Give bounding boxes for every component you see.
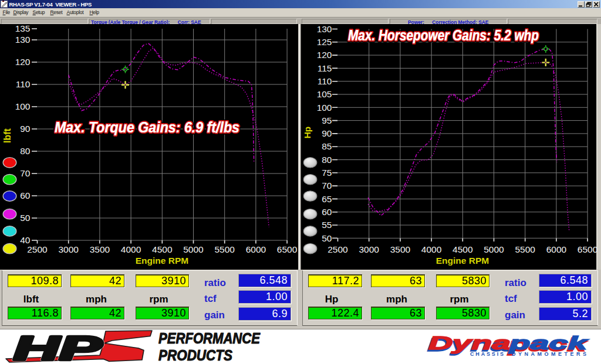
svg-text:Hp: Hp <box>302 127 312 139</box>
svg-text:3500: 3500 <box>390 244 411 254</box>
svg-text:lbft: lbft <box>2 128 12 143</box>
svg-text:2500: 2500 <box>27 244 48 254</box>
svg-text:105: 105 <box>317 89 332 99</box>
svg-text:60: 60 <box>322 207 332 217</box>
svg-text:pack: pack <box>508 333 589 353</box>
svg-text:Engine RPM: Engine RPM <box>436 256 489 266</box>
svg-text:6000: 6000 <box>246 244 266 254</box>
svg-text:4000: 4000 <box>421 244 442 254</box>
svg-text:HP: HP <box>13 329 103 364</box>
svg-text:90: 90 <box>20 124 31 134</box>
svg-text:3000: 3000 <box>58 244 79 254</box>
svg-text:100: 100 <box>15 101 31 111</box>
svg-text:3500: 3500 <box>90 244 110 254</box>
svg-text:Max. Torque Gains: 6.9 ft/lbs: Max. Torque Gains: 6.9 ft/lbs <box>55 119 239 135</box>
svg-text:95: 95 <box>322 115 332 125</box>
svg-text:5000: 5000 <box>183 244 204 254</box>
svg-text:90: 90 <box>322 128 332 138</box>
svg-text:75: 75 <box>322 168 332 178</box>
svg-text:40: 40 <box>20 235 31 245</box>
svg-text:Max. Horsepower Gains: 5.2 wh: Max. Horsepower Gains: 5.2 whp <box>348 27 539 43</box>
svg-text:80: 80 <box>322 155 332 165</box>
svg-text:50: 50 <box>322 233 332 243</box>
svg-text:135: 135 <box>15 24 31 33</box>
svg-text:5500: 5500 <box>214 244 235 254</box>
svg-text:5000: 5000 <box>484 244 504 254</box>
svg-text:5500: 5500 <box>515 244 535 254</box>
svg-text:6500: 6500 <box>578 244 598 254</box>
svg-text:Engine RPM: Engine RPM <box>136 256 188 266</box>
svg-text:4000: 4000 <box>121 244 141 254</box>
svg-text:70: 70 <box>20 168 31 178</box>
svg-text:65: 65 <box>322 194 332 204</box>
svg-text:4500: 4500 <box>152 244 173 254</box>
svg-text:125: 125 <box>317 37 332 47</box>
svg-text:130: 130 <box>15 35 31 45</box>
svg-text:85: 85 <box>322 141 332 151</box>
svg-text:50: 50 <box>20 213 31 223</box>
svg-text:110: 110 <box>16 79 31 89</box>
svg-text:PERFORMANCE: PERFORMANCE <box>158 329 261 347</box>
svg-text:100: 100 <box>317 103 332 113</box>
svg-text:115: 115 <box>318 63 332 73</box>
svg-text:6500: 6500 <box>277 244 298 254</box>
svg-text:PRODUCTS: PRODUCTS <box>158 346 233 364</box>
svg-text:Dyna: Dyna <box>428 333 511 353</box>
svg-text:120: 120 <box>15 57 31 67</box>
svg-text:130: 130 <box>317 24 332 34</box>
svg-text:70: 70 <box>322 181 332 190</box>
svg-text:55: 55 <box>322 220 332 230</box>
svg-text:60: 60 <box>20 190 31 200</box>
svg-text:80: 80 <box>20 146 31 156</box>
svg-text:4500: 4500 <box>453 244 473 254</box>
svg-text:2500: 2500 <box>327 244 348 254</box>
svg-text:3000: 3000 <box>359 244 379 254</box>
svg-text:6000: 6000 <box>546 244 567 254</box>
svg-text:120: 120 <box>317 50 332 60</box>
svg-text:110: 110 <box>318 76 332 86</box>
